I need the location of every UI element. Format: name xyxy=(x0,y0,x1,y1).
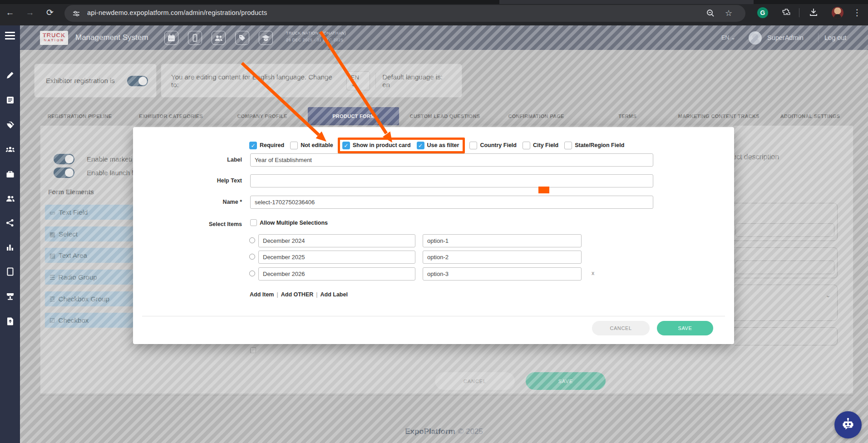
show-in-product-card-checkbox[interactable] xyxy=(342,142,350,149)
enable-launch-label: Enable launch l xyxy=(87,169,133,177)
item-radio-1[interactable] xyxy=(249,237,255,243)
statistics-icon[interactable] xyxy=(6,243,14,251)
page-save-button[interactable]: SAVE xyxy=(526,372,606,390)
option-country-field[interactable]: Country Field xyxy=(469,142,517,149)
tab-registration-pipeline[interactable]: REGISTRATION PIPELINE xyxy=(34,107,125,125)
tab-terms[interactable]: TERMS xyxy=(582,107,673,125)
tags-icon[interactable] xyxy=(6,121,15,129)
modal-save-button[interactable]: SAVE xyxy=(657,321,713,335)
select-icon: ▦ xyxy=(49,231,55,238)
add-item-link[interactable]: Add Item xyxy=(250,291,274,298)
form-element-label: Text Area xyxy=(59,251,87,259)
tab-product-form[interactable]: PRODUCT FORM xyxy=(308,107,399,125)
bookmark-star-icon[interactable]: ☆ xyxy=(724,8,734,18)
item-radio-3[interactable] xyxy=(249,271,255,276)
menu-dots-icon[interactable]: ⋮ xyxy=(851,6,863,19)
language-select[interactable]: EN ⌄ xyxy=(346,71,370,90)
forward-arrow-icon[interactable]: → xyxy=(24,6,36,19)
label-input[interactable] xyxy=(250,153,653,167)
mobile-app-icon[interactable] xyxy=(6,267,14,276)
enable-launch-toggle[interactable] xyxy=(54,167,74,178)
tab-custom-lead-questions[interactable]: CUSTOM LEAD QUESTIONS xyxy=(399,107,490,125)
item-value-input-1[interactable] xyxy=(423,234,582,247)
item-radio-2[interactable] xyxy=(249,254,255,260)
not-editable-checkbox[interactable] xyxy=(290,142,298,149)
background-checkbox[interactable] xyxy=(250,347,256,353)
logout-link[interactable]: Log out xyxy=(824,25,846,50)
allow-multiple-checkbox[interactable] xyxy=(250,219,257,226)
back-arrow-icon[interactable]: ← xyxy=(4,6,16,19)
tag-icon[interactable] xyxy=(235,31,249,45)
tab-marketing-content-tracks[interactable]: MARKETING CONTENT TRACKS xyxy=(673,107,764,125)
background-field-box xyxy=(731,327,838,345)
attendees-group-icon[interactable] xyxy=(5,146,15,154)
extensions-icon[interactable] xyxy=(781,7,792,18)
enable-marketing-toggle[interactable] xyxy=(54,154,74,164)
tab-additional-settings[interactable]: ADDITIONAL SETTINGS xyxy=(764,107,856,125)
share-icon[interactable] xyxy=(6,219,14,227)
chatbot-button[interactable] xyxy=(834,411,862,438)
header-language-select[interactable]: EN ⌄ xyxy=(721,25,735,50)
downloads-icon[interactable] xyxy=(808,7,819,18)
header-nav-icons xyxy=(164,31,273,45)
form-element-label: Select xyxy=(59,230,78,238)
education-icon[interactable] xyxy=(259,31,273,45)
form-element-label: Radio Group xyxy=(59,273,97,281)
name-input[interactable] xyxy=(250,196,653,209)
tab-confirmation-page[interactable]: CONFIRMATION PAGE xyxy=(491,107,582,125)
remove-item-button[interactable]: x xyxy=(592,270,594,276)
option-label: Use as filter xyxy=(427,142,459,148)
item-name-input-2[interactable] xyxy=(258,251,415,264)
option-required[interactable]: Required xyxy=(249,142,284,149)
footer-brand: ExpoPlatform xyxy=(405,427,455,436)
item-name-input-3[interactable] xyxy=(258,267,415,281)
option-use-as-filter[interactable]: Use as filter xyxy=(417,142,459,149)
add-label-link[interactable]: Add Label xyxy=(321,291,348,298)
team-icon[interactable] xyxy=(5,195,15,202)
user-name[interactable]: SuperAdmin xyxy=(767,25,804,50)
exhibitor-registration-toggle[interactable] xyxy=(127,76,148,86)
stand-icon[interactable] xyxy=(6,292,15,300)
help-text-input[interactable] xyxy=(250,174,653,187)
calendar-icon[interactable] xyxy=(164,31,178,45)
use-as-filter-checkbox[interactable] xyxy=(417,142,424,149)
page-cancel-button[interactable]: CANCEL xyxy=(435,372,515,390)
user-avatar[interactable] xyxy=(749,31,762,44)
tab-exhibitor-categories[interactable]: EXHIBITOR CATEGORIES xyxy=(125,107,217,125)
menu-icon[interactable] xyxy=(5,32,15,41)
item-value-input-3[interactable] xyxy=(423,267,582,281)
modal-cancel-button[interactable]: CANCEL xyxy=(592,321,650,335)
text-field-icon: ▭ xyxy=(49,209,55,216)
edit-icon[interactable] xyxy=(6,71,15,79)
grammarly-icon[interactable]: G xyxy=(757,7,768,18)
country-field-checkbox[interactable] xyxy=(469,142,477,149)
reload-icon[interactable]: ⟳ xyxy=(44,6,56,19)
add-other-link[interactable]: Add OTHER xyxy=(281,291,314,298)
state-region-field-checkbox[interactable] xyxy=(564,142,572,149)
mobile-icon[interactable] xyxy=(188,31,202,45)
registration-form-icon[interactable] xyxy=(6,96,15,104)
app-header: TRUCK NATION Management System TRUCK NAT… xyxy=(20,25,868,50)
zoom-icon[interactable] xyxy=(705,8,715,18)
highlight-annotation-box: Show in product card Use as filter xyxy=(338,138,465,153)
item-name-input-1[interactable] xyxy=(258,234,415,247)
city-field-checkbox[interactable] xyxy=(523,142,530,149)
url-text[interactable]: api-newdemo.expoplatform.com/admin/regis… xyxy=(87,9,267,16)
export-document-icon[interactable] xyxy=(6,317,14,325)
browser-profile-avatar[interactable] xyxy=(832,7,843,19)
required-checkbox[interactable] xyxy=(249,142,257,149)
option-state-region-field[interactable]: State/Region Field xyxy=(564,142,624,149)
item-value-input-2[interactable] xyxy=(423,251,582,264)
option-not-editable[interactable]: Not editable xyxy=(290,142,333,149)
option-show-in-product-card[interactable]: Show in product card xyxy=(342,142,411,149)
browser-tabstrip xyxy=(0,0,868,4)
address-bar[interactable]: api-newdemo.expoplatform.com/admin/regis… xyxy=(64,5,745,22)
tab-company-profile[interactable]: COMPANY PROFILE xyxy=(217,107,308,125)
truck-nation-logo[interactable]: TRUCK NATION xyxy=(40,31,68,45)
briefcase-icon[interactable] xyxy=(6,170,15,178)
option-city-field[interactable]: City Field xyxy=(523,142,558,149)
attendees-icon[interactable] xyxy=(212,31,226,45)
enable-marketing-label: Enable marketi xyxy=(87,155,132,163)
allow-multiple-selections[interactable]: Allow Multiple Selections xyxy=(250,219,328,226)
site-settings-icon[interactable] xyxy=(72,9,81,20)
